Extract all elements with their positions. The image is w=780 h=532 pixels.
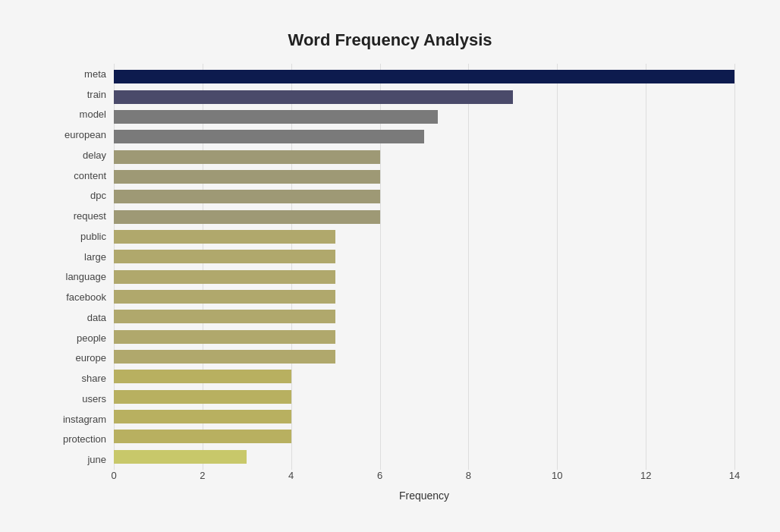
bars-and-grid [114, 64, 734, 470]
y-label: model [80, 105, 106, 124]
bar [114, 170, 380, 184]
y-label: european [64, 126, 106, 144]
y-label: people [77, 329, 106, 347]
bar-row [114, 228, 734, 246]
bar-row [114, 208, 734, 226]
bar-row [114, 88, 734, 106]
x-tick-label: 0 [111, 470, 116, 481]
y-label: request [74, 207, 106, 225]
x-tick-label: 4 [288, 470, 294, 481]
bar [114, 290, 335, 304]
chart-title: Word Frequency Analysis [288, 30, 492, 50]
bar [114, 310, 335, 323]
bar [114, 410, 291, 423]
x-axis-spacer-2 [46, 486, 114, 502]
bar-row [114, 187, 734, 206]
bar [114, 230, 335, 244]
y-label: instagram [63, 410, 106, 428]
y-label: users [82, 389, 106, 408]
y-label: dpc [90, 187, 106, 205]
y-label: large [84, 247, 106, 266]
y-label: delay [83, 146, 106, 164]
x-axis-title: Frequency [114, 490, 734, 502]
grid-and-bars [114, 64, 734, 470]
y-label: june [87, 451, 106, 469]
x-tick-label: 2 [200, 470, 205, 481]
bar-row [114, 427, 734, 445]
bar [114, 390, 291, 404]
bar-row [114, 307, 734, 326]
bars-container [114, 64, 734, 470]
y-label: train [87, 85, 106, 103]
x-axis-content: 02468101214 [114, 470, 734, 486]
bottom-section: 02468101214 Frequency [46, 470, 734, 502]
bar-row [114, 328, 734, 346]
x-tick-label: 12 [640, 470, 651, 481]
chart-area: metatrainmodeleuropeandelaycontentdpcreq… [46, 64, 734, 470]
bar-row [114, 348, 734, 366]
x-tick-label: 8 [466, 470, 471, 481]
bar-row [114, 388, 734, 406]
y-label: meta [84, 65, 106, 83]
y-label: language [66, 268, 107, 286]
x-axis-row: 02468101214 [46, 470, 734, 486]
chart-container: Word Frequency Analysis metatrainmodeleu… [15, 15, 765, 532]
bar-row [114, 168, 734, 186]
bar-row [114, 268, 734, 286]
bar [114, 370, 291, 383]
bar-row [114, 68, 734, 86]
bar [114, 430, 291, 443]
bar [114, 190, 380, 203]
bar [114, 110, 438, 124]
x-tick-label: 10 [552, 470, 562, 481]
y-label: europe [76, 349, 106, 367]
x-axis-spacer [46, 470, 114, 486]
bar-row [114, 108, 734, 126]
x-tick-label: 14 [729, 470, 740, 481]
bar [114, 130, 424, 143]
bar [114, 70, 734, 83]
y-label: protection [63, 430, 106, 449]
bar [114, 270, 335, 284]
bar [114, 450, 247, 464]
bar-row [114, 448, 734, 466]
bar [114, 330, 335, 344]
grid-line [734, 64, 735, 470]
bar-row [114, 408, 734, 426]
bar-row [114, 247, 734, 266]
bar [114, 210, 380, 224]
y-label: share [81, 370, 106, 388]
x-tick-label: 6 [377, 470, 382, 481]
y-label: content [74, 166, 106, 184]
bar [114, 350, 335, 364]
y-label: public [80, 227, 106, 245]
bar-row [114, 288, 734, 306]
bar [114, 90, 513, 104]
bar-row [114, 148, 734, 166]
y-label: facebook [66, 288, 106, 307]
x-axis-title-content: Frequency [114, 486, 734, 502]
bar-row [114, 127, 734, 146]
y-label: data [87, 308, 106, 326]
bar [114, 250, 335, 263]
y-labels: metatrainmodeleuropeandelaycontentdpcreq… [46, 64, 114, 470]
bar [114, 150, 380, 164]
x-axis-title-row: Frequency [46, 486, 734, 502]
bar-row [114, 367, 734, 386]
